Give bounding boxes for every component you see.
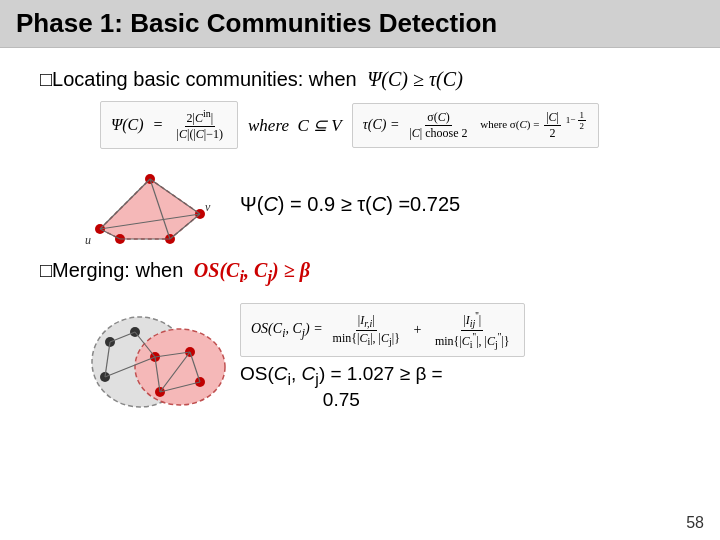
section1-condition: Ψ(C) ≥ τ(C) [362,68,463,90]
os-plus: + [410,322,425,338]
tau-formula-box: τ(C) = σ(C) |C| choose 2 where σ(C) = |C… [352,103,599,148]
tau-where: where σ(C) = |C| 2 1−12 [477,110,588,141]
graph2 [80,297,230,417]
graph1: u v [80,159,220,249]
content-area: □Locating basic communities: when Ψ(C) ≥… [0,48,720,437]
svg-point-16 [135,329,225,405]
tau-fraction: σ(C) |C| choose 2 [407,110,469,141]
formula-row-1: Ψ(C) = 2|Cin| |C|(|C|−1) where C ⊆ V τ(C… [100,101,680,149]
svg-text:v: v [205,200,211,214]
section2-content-row: OS(Ci, Cj) = |Ir,i| min{|Ci|, |Cj|} + |I… [80,297,680,417]
section1-bullet-text: □Locating basic communities: when [40,68,357,90]
os-frac1: |Ir,i| min{|Ci|, |Cj|} [331,313,402,347]
result1-text: Ψ(C) = 0.9 ≥ τ(C) =0.725 [240,193,460,216]
result2-line2: 0.75 [323,389,360,410]
page-title: Phase 1: Basic Communities Detection [0,0,720,48]
psi-formula-box: Ψ(C) = 2|Cin| |C|(|C|−1) [100,101,238,149]
psi-fraction: 2|Cin| |C|(|C|−1) [175,108,225,142]
tau-symbol: τ(C) = [363,117,400,133]
os-frac2: |Iij''| min{|Ci''|, |Cj''|} [433,310,512,350]
psi-symbol: Ψ(C) [111,116,144,134]
psi-equals: = [150,116,167,134]
section1-bullet: □Locating basic communities: when Ψ(C) ≥… [40,68,680,91]
os-formula-result: OS(Ci, Cj) = |Ir,i| min{|Ci|, |Cj|} + |I… [240,303,525,411]
svg-marker-0 [100,179,200,239]
section2-bullet-text: □Merging: when [40,259,183,281]
page-number: 58 [686,514,704,532]
os-formula-text: OS(Ci, Cj) = [251,321,323,340]
os-formula-box: OS(Ci, Cj) = |Ir,i| min{|Ci|, |Cj|} + |I… [240,303,525,357]
result2-line1: OS(Ci, Cj) = 1.027 ≥ β = [240,363,443,384]
graph1-result-row: u v Ψ(C) = 0.9 ≥ τ(C) =0.725 [80,159,680,249]
result1-value: Ψ(C) = 0.9 ≥ τ(C) =0.725 [240,193,460,215]
section2-condition: OS(Ci, Cj) ≥ β [189,259,310,281]
svg-text:u: u [85,233,91,247]
result2-text: OS(Ci, Cj) = 1.027 ≥ β = 0.75 [240,363,443,411]
section2-bullet: □Merging: when OS(Ci, Cj) ≥ β [40,259,680,287]
where-label: where C ⊆ V [248,115,342,136]
